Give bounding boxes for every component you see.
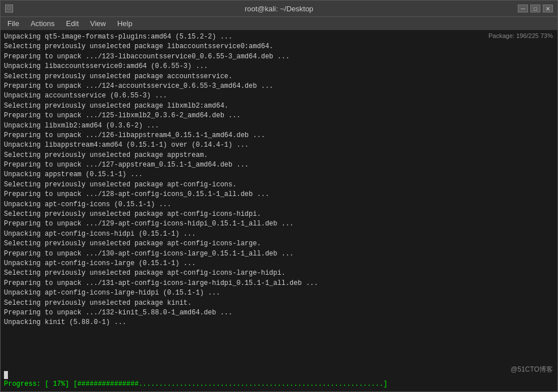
terminal-line: Preparing to unpack .../130-apt-config-i…	[4, 249, 554, 259]
terminal-output: Unpacking qt5-image-formats-plugins:amd6…	[4, 32, 554, 371]
menu-file[interactable]: File	[3, 18, 24, 29]
terminal-line: Selecting previously unselected package …	[4, 299, 554, 308]
title-bar: □ root@kali: ~/Desktop ─ □ ✕	[1, 1, 557, 16]
terminal-line: Preparing to unpack .../123-libaccountss…	[4, 52, 554, 62]
maximize-button[interactable]: □	[530, 5, 540, 12]
terminal-line: Unpacking apt-config-icons-large (0.15.1…	[4, 259, 554, 269]
terminal-line: Selecting previously unselected package …	[4, 101, 554, 111]
terminal-line: Preparing to unpack .../124-accountsserv…	[4, 82, 554, 91]
terminal-line: Selecting previously unselected package …	[4, 269, 554, 278]
menu-bar: File Actions Edit View Help	[1, 16, 557, 30]
terminal-line: Selecting previously unselected package …	[4, 72, 554, 82]
terminal-line: Unpacking libappstream4:amd64 (0.15.1-1)…	[4, 140, 554, 150]
title-bar-controls: ─ □ ✕	[518, 5, 553, 12]
terminal-line: Preparing to unpack .../127-appstream_0.…	[4, 160, 554, 170]
terminal-line: Preparing to unpack .../125-libxmlb2_0.3…	[4, 111, 554, 121]
terminal-line: Unpacking qt5-image-formats-plugins:amd6…	[4, 32, 554, 42]
terminal-line: Selecting previously unselected package …	[4, 151, 554, 160]
terminal-line: Unpacking apt-config-icons-hidpi (0.15.1…	[4, 229, 554, 239]
terminal-line: Selecting previously unselected package …	[4, 180, 554, 190]
terminal-line: Unpacking libxmlb2:amd64 (0.3.6-2) ...	[4, 121, 554, 131]
package-progress-label: Package: 196/225 73%	[488, 32, 553, 39]
cursor-line	[4, 371, 554, 379]
menu-help[interactable]: Help	[113, 18, 137, 29]
terminal-cursor	[4, 371, 8, 379]
menu-actions[interactable]: Actions	[26, 18, 59, 29]
progress-bar: Progress: [ 17%] [###############.......…	[4, 379, 554, 389]
terminal-line: Preparing to unpack .../132-kinit_5.88.0…	[4, 308, 554, 318]
terminal-line: Unpacking appstream (0.15.1-1) ...	[4, 170, 554, 180]
terminal-line: Unpacking apt-config-icons-large-hidpi (…	[4, 288, 554, 298]
terminal-line: Selecting previously unselected package …	[4, 239, 554, 249]
terminal-line: Unpacking accountsservice (0.6.55-3) ...	[4, 91, 554, 101]
terminal-line: Unpacking kinit (5.88.0-1) ...	[4, 318, 554, 327]
terminal-line: Preparing to unpack .../126-libappstream…	[4, 131, 554, 140]
close-button[interactable]: ✕	[543, 5, 553, 12]
terminal-line: Selecting previously unselected package …	[4, 210, 554, 219]
terminal-line: Unpacking libaccountsservice0:amd64 (0.6…	[4, 62, 554, 71]
terminal-line: Preparing to unpack .../129-apt-config-i…	[4, 219, 554, 229]
terminal-line: Selecting previously unselected package …	[4, 42, 554, 52]
terminal-window: □ root@kali: ~/Desktop ─ □ ✕ File Action…	[0, 0, 558, 392]
menu-view[interactable]: View	[86, 18, 110, 29]
title-bar-left: □	[5, 5, 13, 12]
window-title: root@kali: ~/Desktop	[245, 5, 313, 13]
minimize-button[interactable]: ─	[518, 5, 528, 12]
terminal-line: Preparing to unpack .../128-apt-config-i…	[4, 190, 554, 199]
terminal-line: Preparing to unpack .../131-apt-config-i…	[4, 279, 554, 288]
watermark: @51CTO博客	[510, 365, 553, 374]
terminal-line: Unpacking apt-config-icons (0.15.1-1) ..…	[4, 200, 554, 210]
menu-edit[interactable]: Edit	[62, 18, 83, 29]
window-icon: □	[5, 5, 13, 12]
terminal-area[interactable]: Package: 196/225 73% Unpacking qt5-image…	[1, 30, 557, 391]
